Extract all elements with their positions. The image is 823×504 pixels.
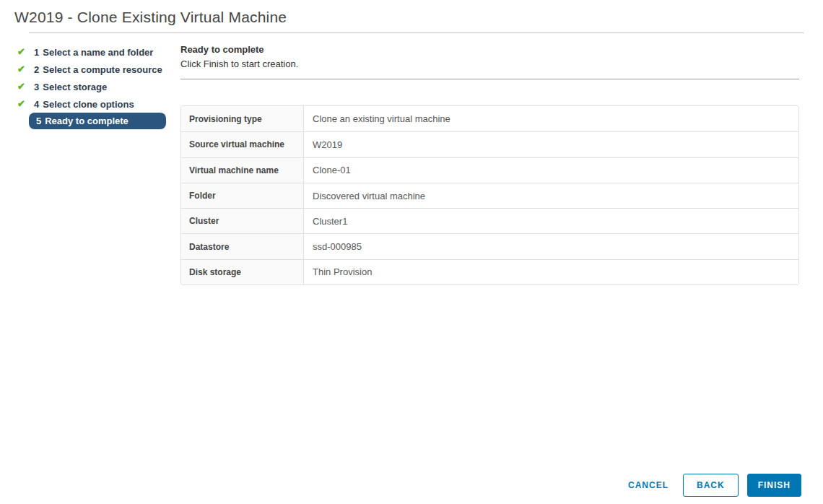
row-value: ssd-000985 (304, 234, 798, 258)
check-icon: ✔ (17, 82, 27, 92)
wizard-main-panel: Ready to complete Click Finish to start … (180, 33, 799, 285)
row-value: Discovered virtual machine (304, 183, 798, 208)
row-label: Cluster (181, 209, 304, 233)
wizard-step-5-active[interactable]: 5 Ready to complete (29, 113, 166, 129)
panel-subheading: Click Finish to start creation. (180, 58, 799, 69)
check-icon: ✔ (17, 64, 27, 74)
table-row: Cluster Cluster1 (181, 208, 798, 233)
row-value: Clone an existing virtual machine (304, 106, 798, 131)
back-button[interactable]: BACK (683, 474, 739, 497)
row-value: Cluster1 (304, 209, 798, 233)
step-number: 3 (34, 82, 39, 92)
row-label: Folder (181, 183, 304, 208)
row-label: Datastore (181, 234, 304, 258)
summary-table: Provisioning type Clone an existing virt… (180, 105, 799, 285)
table-row: Disk storage Thin Provision (181, 259, 798, 284)
table-row: Virtual machine name Clone-01 (181, 157, 798, 183)
step-label: Select storage (43, 82, 107, 92)
row-label: Source virtual machine (181, 132, 304, 157)
step-label: Select a name and folder (43, 47, 153, 58)
check-icon: ✔ (17, 47, 27, 57)
check-icon: ✔ (17, 99, 27, 109)
wizard-header: W2019 - Clone Existing Virtual Machine (0, 0, 823, 33)
wizard-title: W2019 - Clone Existing Virtual Machine (14, 9, 809, 26)
cancel-button[interactable]: CANCEL (624, 474, 673, 497)
step-number: 1 (34, 47, 39, 58)
row-label: Virtual machine name (181, 158, 304, 183)
panel-divider (180, 79, 799, 79)
table-row: Provisioning type Clone an existing virt… (181, 106, 798, 131)
step-number: 2 (34, 64, 39, 75)
wizard-step-1[interactable]: ✔ 1 Select a name and folder (14, 43, 180, 61)
row-label: Disk storage (181, 260, 304, 284)
wizard-footer: CANCEL BACK FINISH (624, 474, 801, 497)
finish-button[interactable]: FINISH (747, 474, 801, 497)
step-label: Ready to complete (45, 116, 129, 126)
panel-heading: Ready to complete (180, 44, 799, 55)
row-label: Provisioning type (181, 106, 304, 131)
table-row: Folder Discovered virtual machine (181, 183, 798, 208)
row-value: W2019 (304, 132, 798, 157)
row-value: Thin Provision (304, 260, 798, 284)
row-value: Clone-01 (304, 158, 798, 183)
wizard-step-4[interactable]: ✔ 4 Select clone options (14, 95, 180, 113)
wizard-step-nav: ✔ 1 Select a name and folder ✔ 2 Select … (14, 33, 180, 285)
wizard-step-3[interactable]: ✔ 3 Select storage (14, 78, 180, 95)
wizard-step-2[interactable]: ✔ 2 Select a compute resource (14, 61, 180, 78)
table-row: Source virtual machine W2019 (181, 131, 798, 157)
table-row: Datastore ssd-000985 (181, 233, 798, 258)
step-number: 4 (34, 99, 39, 110)
step-label: Select clone options (43, 99, 134, 110)
step-label: Select a compute resource (43, 64, 162, 75)
step-number: 5 (36, 116, 41, 126)
